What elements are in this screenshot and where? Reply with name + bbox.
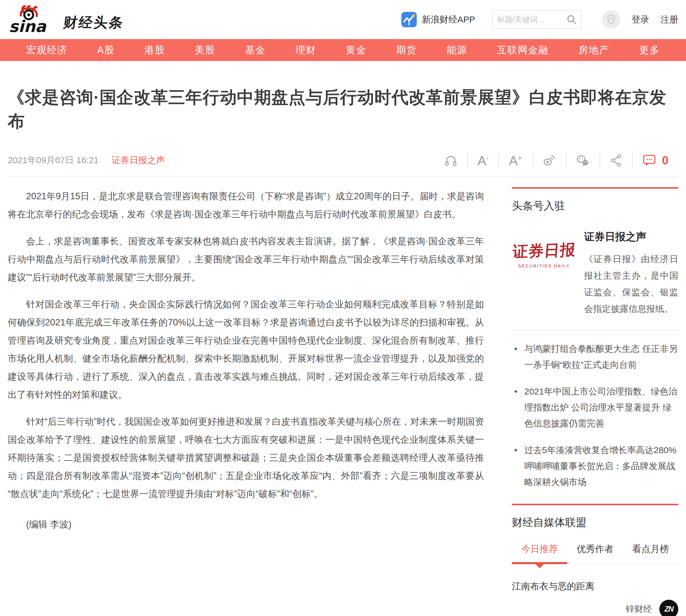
feed-item-title[interactable]: 江南布衣与恶的距离	[512, 580, 678, 593]
share-more-button[interactable]	[599, 152, 632, 169]
weibo-icon	[543, 154, 556, 167]
nav-item-futures[interactable]: 期货	[396, 44, 417, 57]
site-name: 财经头条	[62, 13, 125, 34]
news-list-item[interactable]: 过去5年湊湊营收复合增长率高达280% 呷哺呷哺董事长贺光启：多品牌发展战略深耕…	[512, 442, 678, 490]
app-label: 新浪财经APP	[422, 14, 475, 26]
feed-item: 江南布衣与恶的距离 锌财经 ZN	[512, 580, 678, 616]
securities-daily-logo-en: SECURITIES DAILY	[512, 264, 576, 268]
news-list-item[interactable]: 与鸿蒙打组合拳酝酿更大生态 任正非另一杀手锏“欧拉”正式走向台前	[512, 341, 678, 373]
comment-icon	[642, 154, 656, 167]
main: 《求是咨询·国企改革三年行动中期盘点与后行动时代改革前景展望》白皮书即将在京发布…	[0, 85, 686, 616]
nav-item-more[interactable]: 更多	[639, 44, 660, 57]
search-icon[interactable]	[566, 14, 577, 25]
sina-logo[interactable]: sina 财经头条	[8, 5, 124, 34]
nav-item-a-shares[interactable]: A股	[97, 44, 115, 57]
finance-app-icon	[401, 12, 417, 27]
source-link[interactable]: 证券日报之声	[112, 154, 165, 167]
topbar-right: 新浪财经APP 登录 注册	[401, 10, 678, 29]
avatar[interactable]	[602, 10, 620, 29]
login-link[interactable]: 登录	[632, 14, 649, 26]
article-meta: 2021年09月07日 16:21 证券日报之声 A- A+	[8, 152, 678, 177]
share-icon	[610, 154, 622, 167]
nav-item-fintech[interactable]: 互联网金融	[497, 44, 549, 57]
finance-app-link[interactable]: 新浪财经APP	[401, 12, 475, 27]
sidebar: 头条号入驻 证券日报 SECURITIES DAILY 证券日报之声 《证券日报…	[512, 187, 678, 616]
publish-date: 2021年09月07日 16:21	[8, 154, 98, 167]
securities-daily-logo: 证券日报 SECURITIES DAILY	[512, 230, 576, 317]
font-increase-button[interactable]: A+	[499, 152, 532, 169]
tab-top-authors[interactable]: 优秀作者	[567, 543, 623, 564]
font-decrease-icon: A-	[478, 154, 489, 167]
comment-count: 0	[662, 154, 668, 167]
nav-item-macro[interactable]: 宏观经济	[26, 44, 68, 57]
nav-item-funds[interactable]: 基金	[245, 44, 266, 57]
article-toolbar: A- A+	[435, 152, 678, 169]
font-decrease-button[interactable]: A-	[467, 152, 499, 169]
share-wechat-button[interactable]	[566, 152, 599, 169]
sina-eye-icon: sina	[8, 5, 58, 34]
nav-item-realestate[interactable]: 房地产	[578, 44, 610, 57]
nav-item-us-stocks[interactable]: 美股	[195, 44, 215, 57]
nav-item-energy[interactable]: 能源	[447, 44, 467, 57]
article-paragraph: 会上，求是咨询董事长、国资改革专家安林也将就白皮书内容发表主旨演讲。据了解，《求…	[8, 232, 484, 286]
search-box[interactable]	[492, 10, 582, 29]
register-link[interactable]: 注册	[661, 14, 678, 26]
headphones-icon	[444, 154, 457, 167]
publisher-news-list: 与鸿蒙打组合拳酝酿更大生态 任正非另一杀手锏“欧拉”正式走向台前 2021年中国…	[512, 341, 678, 490]
feed-item-author-row: 锌财经 ZN	[512, 600, 678, 616]
alliance-section: 财经自媒体联盟 今日推荐 优秀作者 看点月榜 江南布衣与恶的距离 锌财经 ZN …	[512, 504, 678, 616]
listen-button[interactable]	[435, 152, 467, 169]
news-list-item[interactable]: 2021年中国上市公司治理指数、绿色治理指数出炉 公司治理水平显著提升 绿色信息…	[512, 383, 678, 432]
publisher-desc: 《证券日报》由经济日报社主管主办，是中国证监会、保监会、银监会指定披露信息报纸。	[584, 251, 678, 317]
zn-finance-logo[interactable]: ZN	[659, 600, 678, 616]
article-title: 《求是咨询·国企改革三年行动中期盘点与后行动时代改革前景展望》白皮书即将在京发布	[8, 85, 678, 133]
publisher-name[interactable]: 证券日报之声	[584, 230, 678, 244]
toutiao-section: 头条号入驻 证券日报 SECURITIES DAILY 证券日报之声 《证券日报…	[512, 187, 678, 490]
toutiao-heading: 头条号入驻	[512, 199, 678, 213]
article-paragraph: 2021年9月15日，是北京求是联合管理咨询有限责任公司（下称“求是咨询”）成立…	[8, 187, 484, 223]
search-input[interactable]	[497, 15, 566, 24]
editor-note: (编辑 李波)	[8, 515, 484, 533]
article-paragraph: 针对“后三年行动”时代，我国国企改革如何更好推进和发展？白皮书直指改革关键与核心…	[8, 413, 484, 503]
nav-item-gold[interactable]: 黄金	[346, 44, 367, 57]
main-nav: 宏观经济 A股 港股 美股 基金 理财 黄金 期货 能源 互联网金融 房地产 更…	[0, 39, 686, 61]
svg-text:sina: sina	[9, 17, 47, 34]
nav-item-hk-stocks[interactable]: 港股	[144, 44, 165, 57]
article-paragraph: 针对国企改革三年行动，央企国企实际践行情况如何？国企改革三年行动企业如何顺利完成…	[8, 295, 484, 404]
comment-button[interactable]: 0	[632, 152, 678, 169]
article-body: 2021年9月15日，是北京求是联合管理咨询有限责任公司（下称“求是咨询”）成立…	[8, 187, 484, 616]
nav-item-wealth[interactable]: 理财	[295, 44, 316, 57]
alliance-tabs: 今日推荐 优秀作者 看点月榜	[512, 543, 678, 564]
wechat-icon	[576, 154, 590, 167]
share-weibo-button[interactable]	[532, 152, 566, 169]
user-eye-icon	[605, 14, 617, 25]
site-header: sina 财经头条 新浪财经APP	[0, 0, 686, 39]
tab-monthly-rank[interactable]: 看点月榜	[623, 543, 678, 564]
tab-today-picks[interactable]: 今日推荐	[512, 543, 567, 564]
divider	[512, 330, 678, 331]
securities-daily-logo-cn: 证券日报	[511, 239, 577, 262]
publisher-profile[interactable]: 证券日报 SECURITIES DAILY 证券日报之声 《证券日报》由经济日报…	[512, 230, 678, 317]
alliance-heading: 财经自媒体联盟	[512, 515, 678, 530]
font-increase-icon: A+	[509, 154, 522, 167]
feed-item-author[interactable]: 锌财经	[626, 603, 651, 615]
